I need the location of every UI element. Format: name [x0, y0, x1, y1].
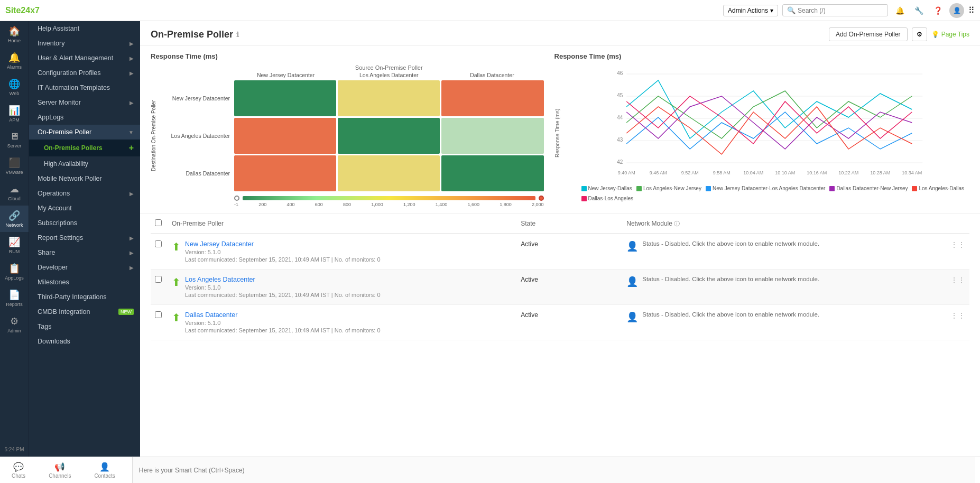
settings-gear-button[interactable]: ⚙	[912, 27, 927, 41]
sidebar-item-it-automation[interactable]: IT Automation Templates	[29, 80, 140, 95]
sidebar-item-server-monitor[interactable]: Server Monitor ▶	[29, 95, 140, 110]
help-icon-btn[interactable]: ❓	[930, 3, 945, 18]
poller-name-0[interactable]: New Jersey Datacenter	[185, 240, 381, 248]
select-all-checkbox[interactable]	[155, 219, 162, 226]
sidebar-item-config-profiles[interactable]: Configuration Profiles ▶	[29, 66, 140, 80]
vmware-icon: ⬛	[8, 157, 20, 169]
sidebar-item-inventory[interactable]: Inventory ▶	[29, 36, 140, 51]
sidebar-item-tags[interactable]: Tags	[29, 319, 140, 334]
row-checkbox-2[interactable]	[155, 311, 162, 318]
poller-name-1[interactable]: Los Angeles Datacenter	[185, 276, 381, 283]
legend-dallas-nj: Dallas Datacenter-New Jersey	[829, 185, 908, 191]
page-tips-link[interactable]: 💡 Page Tips	[931, 31, 969, 38]
network-module-icon-0[interactable]: 👤	[626, 240, 638, 252]
sidebar-item-help[interactable]: Help Assistant	[29, 21, 140, 36]
sidebar-label-cmdb: CMDB Integration	[38, 308, 90, 315]
legend-left-dot	[234, 196, 239, 201]
sidebar-item-operations[interactable]: Operations ▶	[29, 186, 140, 201]
nav-label-applogs: AppLogs	[5, 275, 24, 281]
sidebar-item-on-premise-poller[interactable]: On-Premise Poller ▼	[29, 125, 140, 140]
sidebar-item-on-premise-pollers-sub[interactable]: On-Premise Pollers +	[29, 140, 140, 156]
heatmap-row-1: New Jersey Datacenter	[160, 80, 544, 116]
plus-icon[interactable]: +	[129, 143, 134, 153]
bottom-item-chats[interactable]: 💬 Chats	[5, 460, 32, 481]
search-box[interactable]: 🔍	[782, 4, 888, 16]
sidebar-label-subscriptions: Subscriptions	[38, 219, 77, 227]
row-dots-menu-0[interactable]: ⋮⋮	[950, 240, 965, 249]
table-header-row: On-Premise Poller State Network Module ⓘ	[151, 214, 969, 234]
network-module-icon-2[interactable]: 👤	[626, 311, 638, 323]
sidebar-label-inventory: Inventory	[38, 40, 64, 47]
sidebar-label-config-profiles: Configuration Profiles	[38, 69, 101, 77]
svg-text:43: 43	[617, 137, 623, 143]
admin-actions-button[interactable]: Admin Actions ▾	[723, 5, 778, 16]
poller-meta-2: Last communicated: September 15, 2021, 1…	[185, 327, 381, 333]
logo: Site24x7	[5, 6, 40, 15]
nav-item-rum[interactable]: 📈 RUM	[0, 232, 29, 258]
sidebar-label-mobile-network: Mobile Network Poller	[38, 175, 102, 182]
nav-item-apm[interactable]: 📊 APM	[0, 100, 29, 127]
poller-meta-0: Last communicated: September 15, 2021, 1…	[185, 256, 381, 263]
row-label-dallas: Dallas Datacenter	[160, 170, 234, 177]
sidebar-item-downloads[interactable]: Downloads	[29, 334, 140, 349]
poller-version-0: Version: 5.1.0	[185, 249, 381, 255]
network-module-icon-1[interactable]: 👤	[626, 276, 638, 287]
reports-icon: 📄	[8, 289, 20, 301]
cell-la-nj	[234, 118, 336, 154]
row-dots-menu-1[interactable]: ⋮⋮	[950, 276, 965, 284]
svg-text:10:10 AM: 10:10 AM	[775, 170, 795, 175]
nav-item-cloud[interactable]: ☁ Cloud	[0, 179, 29, 206]
applogs-icon: 📋	[8, 263, 20, 274]
sidebar-item-my-account[interactable]: My Account	[29, 201, 140, 216]
bell-icon-btn[interactable]: 🔔	[892, 3, 907, 18]
grid-icon-btn[interactable]: ⠿	[968, 5, 975, 15]
bottom-item-channels[interactable]: 📢 Channels	[42, 460, 77, 481]
nav-item-reports[interactable]: 📄 Reports	[0, 285, 29, 311]
legend-bar-row	[234, 196, 544, 201]
row-checkbox-0[interactable]	[155, 240, 162, 247]
wrench-icon-btn[interactable]: 🔧	[911, 3, 926, 18]
nav-item-alarms[interactable]: 🔔 Alarms	[0, 48, 29, 74]
heatmap-row-2: Los Angeles Datacenter	[160, 118, 544, 154]
nav-item-web[interactable]: 🌐 Web	[0, 74, 29, 100]
nav-label-cloud: Cloud	[8, 196, 21, 201]
sidebar-item-user-alert[interactable]: User & Alert Management ▶	[29, 51, 140, 66]
sidebar-item-high-availability[interactable]: High Availability	[29, 156, 140, 171]
sidebar-item-third-party[interactable]: Third-Party Integrations	[29, 290, 140, 304]
nav-item-network[interactable]: 🔗 Network	[0, 206, 29, 232]
sidebar-item-share[interactable]: Share ▶	[29, 245, 140, 260]
sidebar-item-mobile-network[interactable]: Mobile Network Poller	[29, 171, 140, 186]
sidebar-item-report-settings[interactable]: Report Settings ▶	[29, 230, 140, 245]
svg-text:9:52 AM: 9:52 AM	[681, 170, 698, 175]
state-badge-0: Active	[521, 240, 538, 248]
sidebar-item-cmdb[interactable]: CMDB Integration NEW	[29, 304, 140, 319]
chevron-right-icon-4: ▶	[130, 100, 134, 106]
svg-text:46: 46	[617, 70, 623, 76]
header-actions: Add On-Premise Poller ⚙ 💡 Page Tips	[829, 27, 969, 41]
bottom-item-contacts[interactable]: 👤 Contacts	[88, 460, 121, 481]
network-icon: 🔗	[8, 210, 20, 221]
avatar[interactable]: 👤	[949, 3, 964, 18]
legend-dallas-la: Dallas-Los Angeles	[581, 196, 634, 201]
nav-item-home[interactable]: 🏠 Home	[0, 21, 29, 48]
nav-item-applogs[interactable]: 📋 AppLogs	[0, 258, 29, 285]
sidebar-item-subscriptions[interactable]: Subscriptions	[29, 216, 140, 230]
smart-chat-input[interactable]	[132, 457, 975, 483]
y-axis-label: Response Time (ms)	[554, 64, 560, 201]
nav-item-admin[interactable]: ⚙ Admin	[0, 311, 29, 338]
nav-item-server[interactable]: 🖥 Server	[0, 127, 29, 153]
poller-name-2[interactable]: Dallas Datacenter	[185, 311, 381, 319]
sidebar-item-developer[interactable]: Developer ▶	[29, 260, 140, 275]
heatmap-body: Destination On-Premise Poller New Jersey…	[151, 80, 544, 191]
nav-item-vmware[interactable]: ⬛ VMware	[0, 153, 29, 179]
sidebar-item-milestones[interactable]: Milestones	[29, 275, 140, 290]
search-input[interactable]	[798, 7, 883, 14]
page-title: On-Premise Poller ℹ	[151, 29, 239, 40]
linechart-title: Response Time (ms)	[554, 52, 969, 60]
svg-text:10:34 AM: 10:34 AM	[902, 170, 922, 175]
add-on-premise-poller-button[interactable]: Add On-Premise Poller	[829, 27, 908, 41]
cell-la-dallas	[441, 118, 543, 154]
row-dots-menu-2[interactable]: ⋮⋮	[950, 311, 965, 320]
row-checkbox-1[interactable]	[155, 276, 162, 283]
sidebar-item-applogs[interactable]: AppLogs	[29, 110, 140, 125]
